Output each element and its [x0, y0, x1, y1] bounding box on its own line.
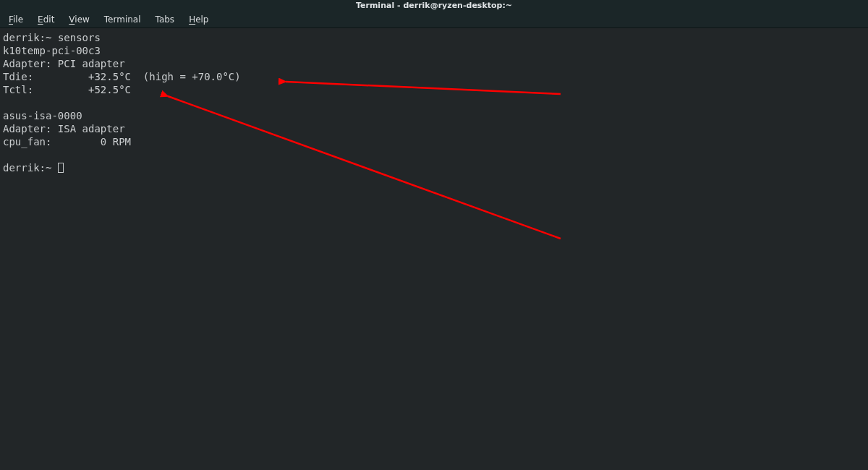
menu-edit[interactable]: Edit	[30, 13, 61, 26]
menu-view[interactable]: View	[61, 13, 96, 26]
window-title: Terminal - derrik@ryzen-desktop:~	[356, 1, 512, 10]
prompt-line-1: derrik:~ sensors	[3, 32, 101, 43]
sensor1-name: k10temp-pci-00c3	[3, 45, 101, 56]
window-titlebar[interactable]: Terminal - derrik@ryzen-desktop:~	[0, 0, 868, 12]
terminal-output: derrik:~ sensors k10temp-pci-00c3 Adapte…	[0, 28, 868, 174]
sensor1-adapter: Adapter: PCI adapter	[3, 58, 125, 69]
sensor2-adapter: Adapter: ISA adapter	[3, 123, 125, 134]
cpu-fan-line: cpu_fan: 0 RPM	[3, 136, 131, 148]
tdie-line: Tdie: +32.5°C (high = +70.0°C)	[3, 71, 241, 82]
menu-edit-rest: dit	[43, 14, 55, 25]
menu-help[interactable]: Help	[182, 13, 216, 26]
menu-bar: File Edit View Terminal Tabs Help	[0, 12, 868, 28]
menu-tabs[interactable]: Tabs	[148, 13, 182, 26]
cursor-icon	[58, 163, 64, 173]
menu-view-rest: iew	[75, 14, 90, 25]
menu-tabs-label: Tabs	[156, 14, 175, 25]
terminal-body[interactable]: derrik:~ sensors k10temp-pci-00c3 Adapte…	[0, 28, 868, 470]
menu-terminal-label: Terminal	[104, 14, 141, 25]
menu-file[interactable]: File	[1, 13, 30, 26]
terminal-window: Terminal - derrik@ryzen-desktop:~ File E…	[0, 0, 868, 470]
prompt-line-2: derrik:~	[3, 162, 58, 174]
menu-file-rest: ile	[13, 14, 23, 25]
menu-terminal[interactable]: Terminal	[97, 13, 148, 26]
menu-help-rest: elp	[195, 14, 208, 25]
sensor2-name: asus-isa-0000	[3, 110, 82, 121]
tctl-line: Tctl: +52.5°C	[3, 84, 131, 95]
